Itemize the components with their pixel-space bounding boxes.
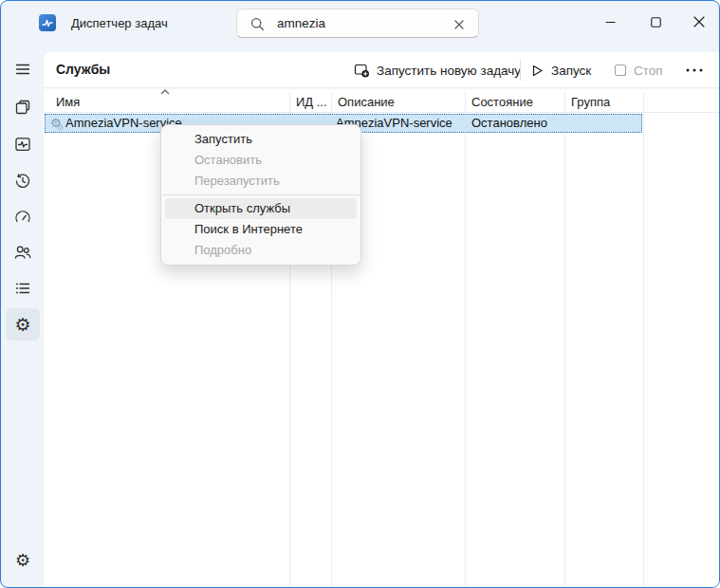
main-panel: Службы Запустить новую задачу Запуск Сто… [44,52,719,587]
search-input[interactable] [277,13,438,33]
minimize-icon [605,17,616,28]
cell-status: Остановлено [471,114,563,133]
column-header-description[interactable]: Описание [331,92,465,113]
search-box [236,9,479,38]
task-manager-app-icon [39,14,56,31]
menu-separator [162,194,360,195]
sidebar-menu-button[interactable] [6,53,40,85]
start-service-button[interactable]: Запуск [523,56,599,84]
service-gear-small-icon: ⚙ [57,119,64,138]
search-icon [249,16,266,32]
column-divider [465,92,466,587]
column-header-group[interactable]: Группа [564,92,643,113]
stop-service-label: Стоп [634,64,663,78]
sidebar-item-services[interactable]: ⚙ [6,308,40,340]
menu-item-stop: Остановить [165,150,357,171]
sidebar-item-processes[interactable] [6,91,40,123]
table-header: Имя ИД ... Описание Состояние Группа [44,92,719,113]
services-icon: ⚙ [14,316,30,334]
close-icon [453,19,465,30]
new-task-icon [354,63,370,79]
users-icon [13,243,32,262]
sidebar-item-details[interactable] [6,272,40,304]
sidebar-item-startup-apps[interactable] [6,201,40,233]
search-clear-button[interactable] [451,16,467,32]
sidebar: ⚙ ⚙ [1,46,44,587]
close-button[interactable] [677,1,720,43]
window-title: Диспетчер задач [71,16,168,30]
start-service-label: Запуск [551,64,591,78]
menu-item-restart: Перезапустить [165,171,357,192]
sidebar-item-app-history[interactable] [6,165,40,197]
close-icon [693,16,705,28]
processes-icon [13,98,32,117]
column-header-pid[interactable]: ИД ... [289,92,331,113]
maximize-icon [651,17,661,28]
run-new-task-label: Запустить новую задачу [377,64,521,78]
menu-item-search-online[interactable]: Поиск в Интернете [165,219,357,240]
minimize-button[interactable] [588,1,632,43]
menu-item-start[interactable]: Запустить [165,129,357,150]
sidebar-item-users[interactable] [6,236,40,268]
titlebar: Диспетчер задач [1,1,719,46]
settings-gear-icon: ⚙ [15,552,30,569]
column-divider [643,92,644,587]
run-new-task-button[interactable]: Запустить новую задачу [346,56,528,84]
toolbar-divider [520,60,521,81]
hamburger-menu-icon [13,60,32,79]
more-options-button[interactable] [677,56,711,84]
sidebar-settings-button[interactable]: ⚙ [6,544,40,577]
sidebar-item-performance[interactable] [6,128,40,160]
stop-service-button[interactable]: Стоп [606,56,671,84]
startup-apps-icon [13,208,32,227]
more-ellipsis-icon [685,67,704,73]
performance-icon [13,135,32,154]
menu-item-open-services[interactable]: Открыть службы [165,198,357,219]
column-header-status[interactable]: Состояние [465,92,564,113]
cell-group [568,114,639,133]
stop-icon [614,64,627,77]
column-divider [564,92,565,587]
play-icon [530,64,545,78]
app-history-icon [13,172,32,191]
maximize-button[interactable] [634,1,677,43]
page-title: Службы [56,62,110,77]
column-header-name[interactable]: Имя [44,92,289,113]
context-menu: Запустить Остановить Перезапустить Откры… [160,124,361,266]
task-manager-window: Диспетчер задач [0,0,720,588]
toolbar: Службы Запустить новую задачу Запуск Сто… [44,52,719,88]
details-icon [13,279,32,298]
menu-item-details: Подробно [165,240,357,261]
